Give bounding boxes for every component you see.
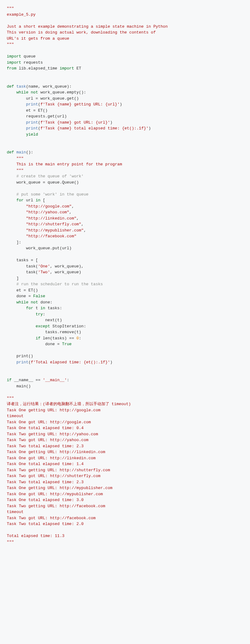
code-line: et = ET() [7, 108, 48, 113]
call: work_queue.empty(): [38, 90, 86, 95]
code-line: task( [7, 270, 38, 275]
bracket-close: ]: [7, 240, 21, 245]
output-line: Task One got URL: http://google.com [7, 420, 91, 425]
code-line: url = work_queue.get() [7, 96, 79, 101]
keyword-import: import [7, 60, 21, 65]
output-line: Task Two got URL: http://facebook.com [7, 516, 96, 520]
output-docstring-open: """ [7, 396, 14, 401]
output-line: Task One total elapsed time: 0.4 [7, 426, 84, 430]
paren: ) [120, 102, 122, 107]
url-string: "http://linkedin.com" [7, 216, 76, 221]
string: 'One' [38, 264, 50, 269]
function-name: task [14, 84, 26, 89]
keyword-for: for [16, 198, 23, 203]
call-print: print [26, 102, 38, 107]
code-line: print() [7, 354, 33, 358]
call-print: print [26, 120, 38, 125]
bracket: [ [40, 198, 45, 203]
args: (): [26, 150, 33, 155]
import-name: requests [21, 60, 43, 65]
keyword-from: from [7, 66, 16, 71]
paren: ) [110, 360, 113, 365]
url-string: "http://google.com" [7, 204, 72, 209]
output-line: Task One got URL: http://linkedin.com [7, 456, 96, 460]
code-line: done = [7, 294, 33, 298]
output-line: Task One getting URL: http://mypublisher… [7, 486, 112, 490]
output-docstring-close: """ [7, 540, 14, 544]
output-line: Task One got URL: http://mypublisher.com [7, 492, 103, 496]
output-line: Task One total elapsed time: 1.4 [7, 462, 84, 466]
string: '__main__' [43, 378, 67, 382]
import-name: ET [74, 66, 81, 71]
output-line: timeout [7, 414, 24, 418]
code-line: work_queue.put(url) [7, 246, 72, 251]
paren: ( [28, 360, 31, 365]
docstring-line: """ [7, 168, 24, 173]
expr: tasks: [45, 306, 62, 310]
call-print: print [16, 360, 28, 365]
keyword-if: if [36, 336, 41, 341]
output-line: Task Two getting URL: http://shutterfly.… [7, 468, 110, 472]
code-line: tasks.remove(t) [7, 330, 81, 334]
url-string: "http://yahoo.com" [7, 210, 69, 215]
comma: , [69, 210, 72, 215]
output-line: Task Two got URL: http://yahoo.com [7, 438, 88, 442]
cond: done: [38, 300, 52, 305]
docstring-open: """ [7, 6, 14, 11]
code-line: tasks = [ [7, 258, 38, 263]
docstring-line: """ [7, 156, 24, 161]
code-line: requests.get(url) [7, 114, 67, 119]
url-string: "http://facebook.com" [7, 234, 76, 239]
fstring: f'Total elapsed time: {et():.1f}' [31, 360, 110, 365]
keyword-not: not [28, 90, 38, 95]
keyword-import: import [60, 66, 74, 71]
import-name: lib.elapsed_time [16, 66, 59, 71]
keyword-for: for [26, 306, 33, 310]
output-line: Task Two getting URL: http://facebook.co… [7, 504, 105, 508]
keyword-if: if [7, 378, 12, 382]
comment: # put some 'work' in the queue [7, 192, 88, 197]
keyword-while: while [16, 300, 28, 305]
code-line: et = ET() [7, 288, 38, 293]
comma: , [81, 222, 84, 227]
fstring: f'Task {name} getting URL: {url}' [40, 102, 119, 107]
colon: : [67, 378, 69, 382]
output-line: Task Two total elapsed time: 2.0 [7, 522, 84, 526]
call-print: print [26, 126, 38, 131]
keyword-except: except [36, 324, 50, 329]
docstring-line: example_5.py [7, 12, 36, 17]
function-name: main [14, 150, 26, 155]
docstring-line: This is the main entry point for the pro… [7, 162, 122, 167]
keyword-in: in [40, 306, 45, 310]
output-line: Task One total elapsed time: 3.0 [7, 498, 84, 502]
args: (name, work_queue): [26, 84, 71, 89]
code-line: next(t) [7, 318, 62, 322]
string: 'Two' [38, 270, 50, 275]
keyword-def: def [7, 84, 14, 89]
import-name: queue [21, 54, 36, 59]
exception-name: StopIteration: [50, 324, 86, 329]
code-line: , work_queue), [50, 264, 83, 269]
fstring: f'Task {name} got URL: {url}' [40, 120, 110, 125]
comment: # run the scheduler to run the tasks [7, 282, 103, 286]
code-block: """ example_5.py Just a short example de… [0, 0, 250, 551]
keyword-while: while [16, 90, 28, 95]
output-line: Task One getting URL: http://linkedin.co… [7, 450, 105, 454]
docstring-line: Just a short example demonstrating a sim… [7, 24, 168, 29]
indent [7, 306, 26, 310]
code-line: main() [7, 384, 31, 389]
comment: # create the queue of 'work' [7, 174, 84, 179]
comma: , [72, 204, 74, 209]
colon: : [43, 312, 45, 317]
var: url [24, 198, 36, 203]
url-string: "http://mypublisher.com" [7, 228, 84, 233]
url-string: "http://shutterfly.com" [7, 222, 81, 227]
output-line: Task One getting URL: http://google.com [7, 408, 100, 413]
var: t [33, 306, 40, 310]
colon: : [79, 336, 81, 341]
keyword-def: def [7, 150, 14, 155]
keyword-in: in [36, 198, 41, 203]
output-line: 译者注，运行结果：(译者的电脑翻不上墙，所以手动加了 timeout) [7, 402, 131, 406]
docstring-line: This version is doing actual work, downl… [7, 30, 156, 35]
docstring-line: URL's it gets from a queue [7, 36, 69, 41]
